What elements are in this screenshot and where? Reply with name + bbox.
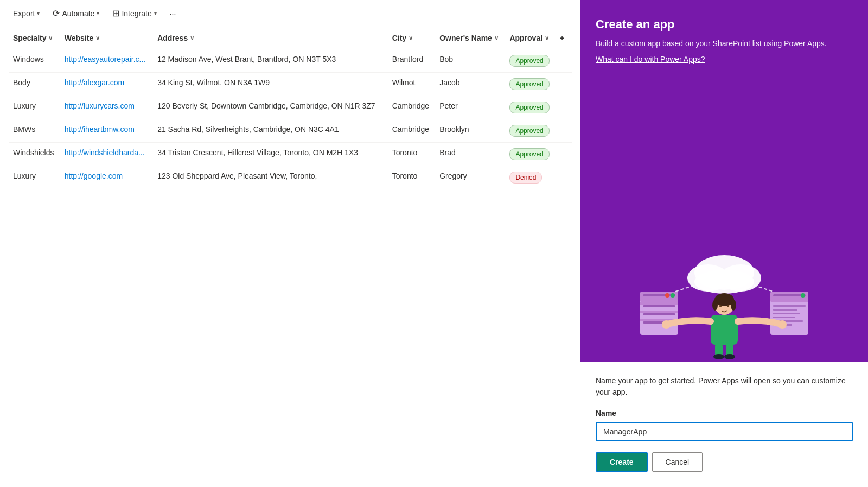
col-owner[interactable]: Owner's Name ∨ [435,27,505,49]
panel-title: Create an app [596,17,853,31]
col-address[interactable]: Address ∨ [153,27,388,49]
cell-approval: Approved [505,96,556,119]
cell-address: 21 Sacha Rd, Silverheights, Cambridge, O… [153,119,388,143]
automate-label: Automate [62,9,94,18]
svg-point-34 [778,320,787,329]
panel-description: Build a custom app based on your SharePo… [596,38,853,49]
table-row: Body http://alexgar.com 34 King St, Wilm… [9,73,572,96]
integrate-button[interactable]: ⊞ Integrate ▾ [108,6,161,21]
cell-approval: Approved [505,73,556,96]
integrate-icon: ⊞ [112,8,119,18]
approval-badge: Approved [509,78,549,90]
svg-point-15 [665,293,669,298]
automate-button[interactable]: ⟳ Automate ▾ [48,6,104,21]
cancel-button[interactable]: Cancel [652,452,703,472]
website-link[interactable]: http://luxurycars.com [65,102,135,110]
cell-website[interactable]: http://alexgar.com [60,73,153,96]
cell-approval: Approved [505,49,556,73]
website-link[interactable]: http://windshieldharda... [65,148,145,157]
app-name-input[interactable] [596,422,853,441]
table-wrapper: Specialty ∨ Website ∨ Address ∨ [0,27,580,487]
cell-website[interactable]: http://luxurycars.com [60,96,153,119]
svg-point-31 [731,300,736,311]
toolbar: Export ▾ ⟳ Automate ▾ ⊞ Integrate ▾ ··· [0,0,580,27]
more-options-button[interactable]: ··· [165,7,181,20]
approval-badge: Approved [509,125,549,137]
side-panel: Create an app Build a custom app based o… [580,0,868,487]
table-row: Windshields http://windshieldharda... 34… [9,143,572,166]
add-column-icon: + [560,34,564,42]
svg-point-14 [671,293,675,298]
svg-point-4 [694,270,754,294]
cell-owner: Brad [435,143,505,166]
cell-specialty: Body [9,73,60,96]
panel-bottom: Name your app to get started. Power Apps… [580,362,868,487]
svg-point-30 [712,300,718,311]
website-link[interactable]: http://google.com [65,172,123,180]
export-label: Export [13,9,35,18]
illustration-area [580,77,868,362]
address-sort-icon: ∨ [190,35,194,42]
table-header-row: Specialty ∨ Website ∨ Address ∨ [9,27,572,49]
table-row: Luxury http://google.com 123 Old Sheppar… [9,166,572,189]
website-sort-icon: ∨ [95,35,100,42]
cell-approval: Approved [505,119,556,143]
create-button[interactable]: Create [596,452,648,472]
cell-city: Wilmot [388,73,436,96]
cell-extra [556,49,572,73]
cell-city: Cambridge [388,119,436,143]
cell-city: Toronto [388,166,436,189]
svg-point-39 [719,305,722,307]
website-link[interactable]: http://iheartbmw.com [65,125,135,134]
data-table: Specialty ∨ Website ∨ Address ∨ [9,27,572,189]
cell-owner: Peter [435,96,505,119]
approval-badge: Approved [509,148,549,160]
cell-extra [556,96,572,119]
table-row: Windows http://easyautorepair.c... 12 Ma… [9,49,572,73]
col-city[interactable]: City ∨ [388,27,436,49]
col-add[interactable]: + [556,27,572,49]
cell-website[interactable]: http://google.com [60,166,153,189]
svg-point-37 [713,354,724,359]
col-approval[interactable]: Approval ∨ [505,27,556,49]
cell-specialty: Windshields [9,143,60,166]
website-link[interactable]: http://easyautorepair.c... [65,55,145,64]
cell-approval: Approved [505,143,556,166]
integrate-label: Integrate [122,9,151,18]
city-sort-icon: ∨ [409,35,413,42]
col-specialty[interactable]: Specialty ∨ [9,27,60,49]
cell-owner: Bob [435,49,505,73]
cell-extra [556,73,572,96]
svg-rect-10 [640,311,678,313]
cell-address: 34 Tristan Crescent, Hillcrest Village, … [153,143,388,166]
table-row: BMWs http://iheartbmw.com 21 Sacha Rd, S… [9,119,572,143]
name-label: Name [596,409,853,418]
col-website[interactable]: Website ∨ [60,27,153,49]
table-row: Luxury http://luxurycars.com 120 Beverly… [9,96,572,119]
cell-website[interactable]: http://iheartbmw.com [60,119,153,143]
cell-website[interactable]: http://easyautorepair.c... [60,49,153,73]
approval-badge: Approved [509,102,549,113]
cell-owner: Jacob [435,73,505,96]
cell-specialty: Windows [9,49,60,73]
panel-link[interactable]: What can I do with Power Apps? [596,55,705,64]
export-chevron-icon: ▾ [37,10,40,16]
export-button[interactable]: Export ▾ [9,7,44,20]
cell-specialty: Luxury [9,96,60,119]
cell-website[interactable]: http://windshieldharda... [60,143,153,166]
svg-rect-9 [643,305,675,307]
cell-approval: Denied [505,166,556,189]
svg-point-25 [801,293,805,298]
svg-point-33 [662,320,671,329]
automate-chevron-icon: ▾ [97,10,99,16]
svg-rect-8 [640,302,678,305]
approval-badge: Denied [509,172,542,184]
cell-owner: Brooklyn [435,119,505,143]
cell-city: Cambridge [388,96,436,119]
more-options-label: ··· [170,9,176,18]
cell-extra [556,166,572,189]
main-content: Export ▾ ⟳ Automate ▾ ⊞ Integrate ▾ ··· … [0,0,580,487]
specialty-sort-icon: ∨ [48,35,53,42]
website-link[interactable]: http://alexgar.com [65,78,125,87]
button-row: Create Cancel [596,452,853,472]
